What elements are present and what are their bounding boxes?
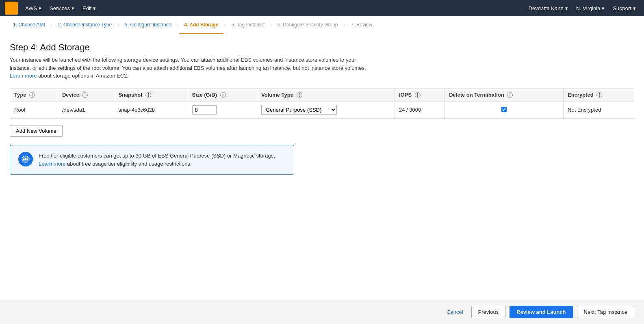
cell-volume-type[interactable]: General Purpose (SSD): [257, 102, 395, 119]
cell-type: Root: [10, 102, 58, 119]
services-menu[interactable]: Services ▾: [46, 4, 78, 13]
add-new-volume-button[interactable]: Add New Volume: [10, 125, 63, 137]
size-info-icon[interactable]: i: [220, 92, 226, 98]
volume-type-select[interactable]: General Purpose (SSD): [261, 105, 337, 115]
col-header-iops: IOPS i: [395, 88, 445, 102]
wizard-step-tag-instance[interactable]: 5. Tag Instance: [227, 16, 269, 34]
cell-size[interactable]: [188, 102, 257, 119]
storage-table: Type i Device i Snapshot i Size (GiB) i …: [10, 88, 634, 119]
cell-iops: 24 / 3000: [395, 102, 445, 119]
wizard-step-choose-ami[interactable]: 1. Choose AMI: [8, 16, 50, 34]
chevron-down-icon: ▾: [565, 5, 568, 11]
chat-bubble-icon: [18, 152, 33, 166]
wizard-separator: ›: [269, 22, 273, 28]
region-menu[interactable]: N. Virginia ▾: [573, 4, 608, 13]
top-navigation: AWS ▾ Services ▾ Edit ▾ Devdatta Kane ▾ …: [0, 0, 644, 16]
wizard-separator: ›: [176, 22, 179, 28]
chevron-down-icon: ▾: [93, 5, 96, 11]
free-tier-info-box: Free tier eligible customers can get up …: [10, 145, 294, 175]
chevron-down-icon: ▾: [72, 5, 74, 11]
wizard-separator: ›: [223, 22, 227, 28]
chevron-down-icon: ▾: [633, 5, 636, 11]
wizard-separator: ›: [343, 22, 346, 28]
col-header-device: Device i: [58, 88, 114, 102]
wizard-separator: ›: [117, 22, 120, 28]
volume-type-info-icon[interactable]: i: [297, 92, 302, 98]
page-description: Your instance will be launched with the …: [10, 56, 375, 80]
col-header-encrypted: Encrypted i: [564, 88, 634, 102]
main-content: Step 4: Add Storage Your instance will b…: [0, 34, 644, 300]
col-header-type: Type i: [10, 88, 58, 102]
chevron-down-icon: ▾: [602, 5, 605, 11]
cell-delete-on-termination[interactable]: [445, 102, 564, 119]
iops-info-icon[interactable]: i: [415, 92, 421, 98]
wizard-separator: ›: [50, 22, 53, 28]
snapshot-info-icon[interactable]: i: [145, 92, 151, 98]
svg-marker-0: [7, 4, 15, 12]
learn-more-storage-link[interactable]: Learn more: [10, 73, 37, 79]
col-header-delete-on-termination: Delete on Termination i: [445, 88, 564, 102]
support-menu[interactable]: Support ▾: [609, 4, 639, 13]
type-info-icon[interactable]: i: [29, 92, 35, 98]
wizard-step-configure-instance[interactable]: 3. Configure Instance: [120, 16, 176, 34]
wizard-step-review[interactable]: 7. Review: [346, 16, 377, 34]
page-title: Step 4: Add Storage: [10, 42, 634, 53]
table-row: Root/dev/sda1snap-4e3c6d2bGeneral Purpos…: [10, 102, 634, 119]
wizard-step-choose-instance-type[interactable]: 2. Choose Instance Type: [53, 16, 117, 34]
edit-menu[interactable]: Edit ▾: [79, 4, 99, 13]
cell-device: /dev/sda1: [58, 102, 114, 119]
cell-snapshot: snap-4e3c6d2b: [114, 102, 188, 119]
free-tier-text: Free tier eligible customers can get up …: [39, 152, 286, 168]
col-header-size: Size (GiB) i: [188, 88, 257, 102]
wizard-step-configure-security-group[interactable]: 6. Configure Security Group: [273, 16, 343, 34]
delete-on-termination-info-icon[interactable]: i: [507, 92, 513, 98]
aws-menu[interactable]: AWS ▾: [22, 4, 45, 13]
wizard-step-add-storage[interactable]: 4. Add Storage: [179, 16, 223, 34]
col-header-snapshot: Snapshot i: [114, 88, 188, 102]
aws-logo: [5, 2, 18, 15]
cell-encrypted: Not Encrypted: [564, 102, 634, 119]
chevron-down-icon: ▾: [39, 5, 41, 11]
device-info-icon[interactable]: i: [82, 92, 88, 98]
wizard-navigation: 1. Choose AMI › 2. Choose Instance Type …: [0, 16, 644, 34]
size-input[interactable]: [192, 105, 217, 114]
learn-more-free-tier-link[interactable]: Learn more: [39, 161, 65, 167]
user-menu[interactable]: Devdatta Kane ▾: [525, 4, 571, 13]
delete-on-termination-checkbox[interactable]: [501, 107, 507, 112]
col-header-volume-type: Volume Type i: [257, 88, 395, 102]
encrypted-info-icon[interactable]: i: [596, 92, 602, 98]
